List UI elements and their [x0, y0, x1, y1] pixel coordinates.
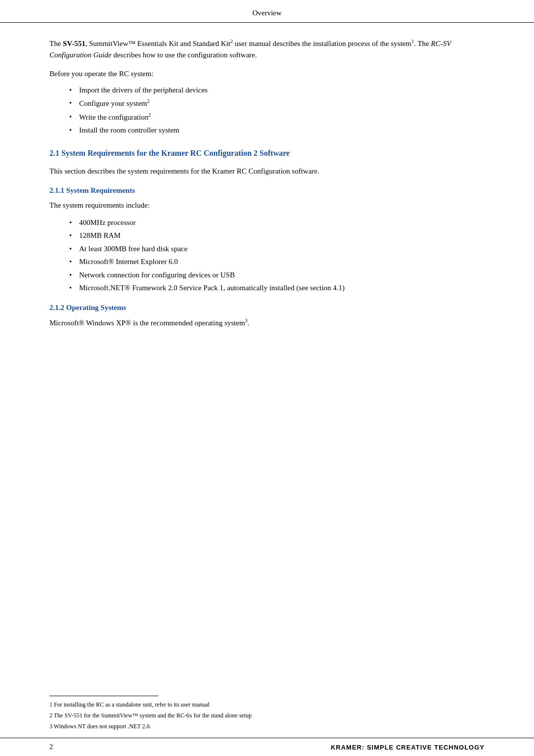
list-item: Import the drivers of the peripheral dev… [69, 85, 485, 96]
section-2-1-1-heading: 2.1.1 System Requirements [49, 186, 485, 195]
footnote-1: 1 For installing the RC as a standalone … [49, 700, 485, 709]
footnote-ref-2b: 2 [147, 98, 149, 104]
page-footer: 2 KRAMER: SIMPLE CREATIVE TECHNOLOGY [0, 738, 534, 756]
section-2-1-heading: 2.1 System Requirements for the Kramer R… [49, 148, 485, 159]
list-item: Install the room controller system [69, 125, 485, 136]
footnote-ref-2a: 2 [230, 39, 233, 44]
footnote-ref-2c: 2 [148, 112, 151, 118]
list-item: Network connection for configuring devic… [69, 269, 485, 281]
prerequisites-list: Import the drivers of the peripheral dev… [69, 85, 485, 136]
list-item: At least 300MB free hard disk space [69, 243, 485, 255]
page-header: Overview [0, 0, 534, 23]
footnotes-section: 1 For installing the RC as a standalone … [0, 700, 534, 733]
before-operate-text: Before you operate the RC system: [49, 68, 485, 80]
intro-paragraph: The SV-551, SummitView™ Essentials Kit a… [49, 38, 485, 60]
list-item: Microsoft.NET® Framework 2.0 Service Pac… [69, 282, 485, 294]
list-item: Microsoft® Internet Explorer 6.0 [69, 256, 485, 267]
list-item: 400MHz processor [69, 217, 485, 228]
system-req-intro: The system requirements include: [49, 200, 485, 211]
list-item: Configure your system2 [69, 97, 485, 109]
section-2-1-2-heading: 2.1.2 Operating Systems [49, 304, 485, 312]
list-item: 128MB RAM [69, 230, 485, 241]
guide-name: RC-SV Configuration Guide [49, 40, 451, 59]
page: Overview The SV-551, SummitView™ Essenti… [0, 0, 534, 756]
footnote-ref-1: 1 [411, 39, 414, 44]
header-title: Overview [252, 9, 281, 17]
footnote-3: 3 Windows NT does not support .NET 2.0. [49, 722, 485, 731]
footnote-2: 2 The SV-551 for the SummitView™ system … [49, 711, 485, 720]
main-content: The SV-551, SummitView™ Essentials Kit a… [0, 23, 534, 696]
system-requirements-list: 400MHz processor 128MB RAM At least 300M… [69, 217, 485, 294]
section-2-1-para: This section describes the system requir… [49, 166, 485, 177]
operating-systems-para: Microsoft® Windows XP® is the recommende… [49, 317, 485, 329]
page-number: 2 [49, 743, 53, 751]
list-item: Write the configuration2 [69, 111, 485, 123]
brand-name: KRAMER: SIMPLE CREATIVE TECHNOLOGY [331, 744, 485, 751]
product-name: SV-551 [63, 40, 86, 47]
footnote-divider [49, 696, 158, 696]
